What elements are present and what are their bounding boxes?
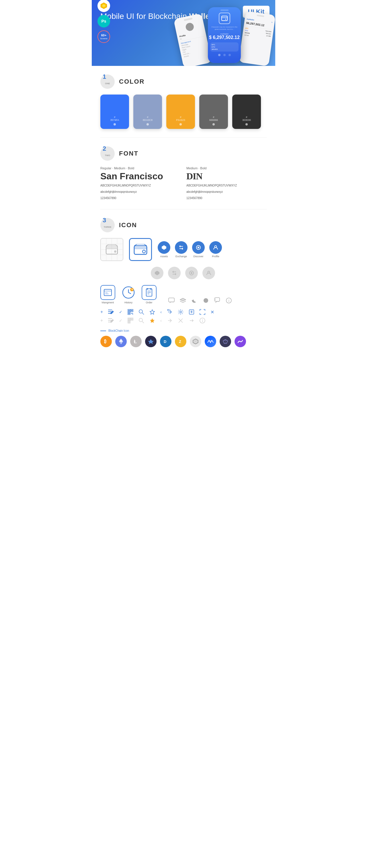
icon-section-header: 3 THREE ICON (101, 218, 266, 232)
svg-rect-62 (131, 318, 133, 320)
svg-rect-20 (104, 289, 112, 296)
scan-icon (200, 309, 205, 315)
svg-rect-30 (147, 288, 148, 290)
lattice-icon (190, 336, 201, 347)
svg-text:Z: Z (179, 339, 181, 344)
x-icon-gray (178, 318, 184, 323)
phone-right: myWallet + $6,297,502.12 BTC 738-2003 ET… (238, 11, 275, 66)
chat-icon (168, 297, 175, 304)
history-icon-item: History (121, 285, 136, 304)
share-icon-gray (167, 318, 173, 323)
svg-rect-10 (134, 247, 147, 249)
svg-text:D: D (164, 339, 166, 344)
swatch-orange: #F5A623 (166, 95, 195, 129)
layers-icon (179, 297, 186, 304)
qr-icon-gray (128, 318, 133, 323)
litecoin-icon: Ł (130, 336, 142, 347)
swatch-dark: #303030 (232, 95, 261, 129)
utility-icons-row: i (168, 297, 232, 304)
check-icon-gray: ✓ (119, 318, 122, 323)
svg-point-65 (139, 318, 142, 322)
info-icon: i (225, 297, 232, 304)
svg-rect-31 (150, 288, 151, 290)
blockchain-label-line (101, 331, 106, 331)
screens-badge: 60+Screens (97, 30, 110, 43)
exchange-icon (175, 241, 188, 254)
search-icon-gray (139, 318, 144, 323)
svg-rect-50 (133, 313, 133, 314)
svg-rect-56 (108, 318, 112, 319)
svg-rect-23 (105, 293, 109, 294)
zcash-icon: Z (175, 336, 186, 347)
wallet-wireframe-icon (101, 238, 123, 261)
color-section-header: 1 ONE COLOR (101, 74, 266, 89)
history-icon (121, 285, 136, 300)
phone-center: Character may be mastered in the great m… (208, 7, 241, 63)
app-icons-row: Mangment History (101, 285, 266, 304)
blockchain-label-row: BlockChain Icon (101, 329, 266, 332)
waves-icon (205, 336, 216, 347)
star-icon-gold (149, 318, 155, 323)
color-section-number: 1 ONE (101, 74, 115, 89)
management-icon-item: Mangment (101, 285, 115, 304)
order-icon (142, 285, 157, 300)
svg-marker-12 (162, 245, 166, 250)
svg-point-14 (198, 247, 199, 248)
exchange-icon-gray (168, 267, 181, 279)
discover-icon (192, 241, 205, 254)
font-san-francisco: Regular · Medium · Bold San Francisco AB… (101, 166, 181, 200)
svg-line-52 (142, 313, 144, 314)
svg-rect-47 (131, 313, 131, 313)
crypto-icons-row: ₿ Ł D Z (101, 336, 266, 347)
back-icon: ‹ (160, 310, 162, 314)
tool-icons-gray-row: + ✓ ‹ (101, 318, 266, 323)
svg-rect-3 (222, 16, 227, 21)
svg-text:Ł: Ł (134, 339, 137, 344)
icon-section: 3 THREE ICON (92, 209, 275, 356)
svg-rect-64 (129, 321, 130, 322)
svg-point-33 (204, 298, 208, 303)
gem-icon (220, 336, 231, 347)
profile-icon-gray (202, 267, 215, 279)
svg-point-5 (225, 19, 226, 20)
font-grid: Regular · Medium · Bold San Francisco AB… (101, 166, 266, 200)
svg-point-11 (142, 250, 145, 253)
svg-rect-46 (129, 313, 130, 314)
svg-rect-32 (169, 298, 174, 302)
svg-line-66 (142, 321, 144, 323)
svg-point-54 (180, 311, 181, 313)
svg-rect-38 (108, 310, 112, 310)
svg-marker-86 (224, 341, 227, 343)
assets-icon (158, 241, 170, 254)
wallet-blue-icon (129, 238, 152, 261)
qr-icon (128, 309, 133, 315)
ps-badge: Ps (97, 15, 110, 28)
dash-icon: D (160, 336, 171, 347)
svg-rect-44 (131, 310, 133, 311)
phone-left: Profile AI Management Message Red Cases … (173, 13, 212, 66)
svg-marker-74 (119, 339, 123, 342)
profile-icon-item: Profile (209, 241, 222, 258)
assets-icon-item: Assets (158, 241, 170, 258)
svg-rect-4 (222, 17, 227, 18)
color-title: COLOR (119, 78, 144, 85)
swatch-slate: #8DA0C8 (133, 95, 162, 129)
gear-icon (178, 309, 184, 315)
svg-rect-22 (105, 292, 108, 293)
icon-title: ICON (119, 221, 137, 229)
swatch-blue: #3574FA (101, 95, 129, 129)
svg-marker-85 (223, 339, 228, 341)
circle-icon (202, 297, 209, 304)
color-section: 1 ONE COLOR #3574FA #8DA0C8 #F5A623 #666… (92, 66, 275, 137)
svg-point-51 (139, 310, 142, 313)
plus-icon: + (101, 309, 103, 314)
star-icon (149, 309, 155, 315)
font-section: 2 TWO FONT Regular · Medium · Bold San F… (92, 138, 275, 209)
swatch-gray: #666666 (199, 95, 228, 129)
discover-icon-gray (185, 267, 198, 279)
color-swatches: #3574FA #8DA0C8 #F5A623 #666666 #303030 (101, 95, 266, 129)
svg-marker-67 (150, 318, 154, 323)
svg-rect-42 (129, 310, 130, 311)
blockchain-label-text: BlockChain Icon (108, 329, 129, 332)
search-icon (139, 309, 144, 315)
